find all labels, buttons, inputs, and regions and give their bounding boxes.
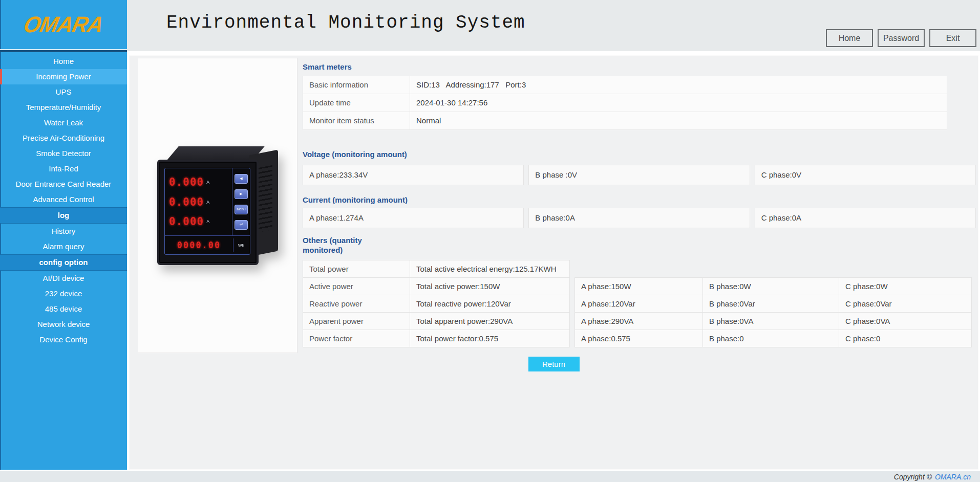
- row-value: Normal: [410, 112, 947, 130]
- table-row: Monitor item statusNormal: [303, 112, 948, 130]
- sidebar-item-advanced-control[interactable]: Advanced Control: [0, 192, 127, 207]
- others-cell: B phase:0W: [702, 277, 839, 295]
- cell-spacer: [570, 330, 574, 347]
- sidebar-item-infa-red[interactable]: Infa-Red: [0, 161, 127, 177]
- sidebar: OMARA HomeIncoming PowerUPSTemperature/H…: [0, 0, 127, 470]
- omara-logo: OMARA: [22, 12, 105, 37]
- others-cell: B phase:0VA: [702, 312, 839, 330]
- seven-segment-digits: 0.000: [169, 196, 204, 208]
- current-row: A phase:1.274AB phase:0AC phase:0A: [303, 208, 976, 228]
- omara-site-link[interactable]: OMARA.cn: [935, 473, 971, 481]
- smart-meters-table: Basic informationSID:13 Addressing:177 P…: [303, 76, 948, 130]
- table-row: Reactive powerTotal reactive power:120Va…: [303, 295, 976, 313]
- phase-cell: A phase:1.274A: [303, 208, 524, 228]
- row-label: Monitor item status: [303, 112, 410, 130]
- meter-nav-button-icon: ▶: [235, 189, 248, 199]
- cell-spacer: [570, 277, 574, 295]
- section-title-voltage: Voltage (monitoring amount): [303, 149, 976, 159]
- sidebar-item-log[interactable]: log: [0, 207, 127, 224]
- main-panel: 0.000A0.000A0.000A ◀▶Menu⏎ 0000.00 Wh Sm…: [129, 55, 978, 470]
- others-cell: C phase:0: [839, 330, 972, 347]
- sidebar-menu: HomeIncoming PowerUPSTemperature/Humidit…: [0, 52, 127, 347]
- sidebar-item-alarm-query[interactable]: Alarm query: [0, 239, 127, 254]
- phase-cell: C phase:0A: [755, 208, 976, 228]
- page-title: Environmental Monitoring System: [166, 12, 525, 33]
- sidebar-item-232-device[interactable]: 232 device: [0, 286, 127, 301]
- others-cell: A phase:0.575: [574, 330, 703, 347]
- footer: Copyright © OMARA.cn: [0, 471, 980, 482]
- meter-nav-button-icon: ⏎: [235, 220, 248, 230]
- others-cell: B phase:0Var: [702, 295, 839, 313]
- table-row: Basic informationSID:13 Addressing:177 P…: [303, 76, 948, 94]
- sidebar-item-precise-air-conditioning[interactable]: Precise Air-Conditioning: [0, 130, 127, 146]
- meter-digit-row: 0.000A: [169, 215, 232, 228]
- section-title-others: Others (quantity monitored): [303, 235, 385, 255]
- meter-digit-row: 0.000A: [169, 176, 232, 188]
- table-row: Power factorTotal power factor:0.575A ph…: [303, 330, 976, 347]
- row-label: Basic information: [303, 76, 410, 94]
- sidebar-item-door-entrance-card-reader[interactable]: Door Entrance Card Reader: [0, 177, 127, 192]
- amp-unit-label: A: [206, 219, 209, 224]
- table-row: Update time2024-01-30 14:27:56: [303, 94, 948, 112]
- sidebar-item-temperature-humidity[interactable]: Temperature/Humidity: [0, 100, 127, 115]
- cell-spacer: [570, 295, 574, 313]
- meter-digit-row: 0.000A: [169, 196, 232, 208]
- sidebar-item-history[interactable]: History: [0, 224, 127, 239]
- others-cell: Reactive power: [303, 295, 410, 313]
- seven-segment-digits: 0.000: [169, 215, 204, 228]
- sidebar-item-smoke-detector[interactable]: Smoke Detector: [0, 146, 127, 161]
- others-cell: Active power: [303, 277, 410, 295]
- return-button-wrapper: Return: [130, 357, 978, 371]
- sidebar-item-incoming-power[interactable]: Incoming Power: [0, 69, 127, 84]
- header-buttons: Home Password Exit: [826, 29, 976, 47]
- others-cell: Total reactive power:120Var: [410, 295, 570, 313]
- others-cell: C phase:0Var: [839, 295, 972, 313]
- others-cell: Apparent power: [303, 312, 410, 330]
- sidebar-item-device-config[interactable]: Device Config: [0, 332, 127, 347]
- phase-cell: B phase:0A: [528, 208, 750, 228]
- device-image-panel: 0.000A0.000A0.000A ◀▶Menu⏎ 0000.00 Wh: [138, 58, 297, 353]
- row-label: Update time: [303, 94, 410, 112]
- copyright-text: Copyright ©: [894, 473, 932, 481]
- others-cell: A phase:150W: [574, 277, 703, 295]
- voltage-row: A phase:233.34VB phase :0VC phase:0V: [303, 165, 976, 185]
- sidebar-item-ups[interactable]: UPS: [0, 84, 127, 100]
- others-cell: B phase:0: [702, 330, 839, 347]
- sidebar-item-home[interactable]: Home: [0, 54, 127, 69]
- meter-button-column: ◀▶Menu⏎: [232, 168, 250, 235]
- others-cell: A phase:290VA: [574, 312, 703, 330]
- others-cell: Power factor: [303, 330, 410, 347]
- sidebar-item-ai-di-device[interactable]: AI/DI device: [0, 271, 127, 286]
- meter-front-face: 0.000A0.000A0.000A ◀▶Menu⏎ 0000.00 Wh: [157, 160, 259, 265]
- content-area: Environmental Monitoring System Home Pas…: [127, 0, 980, 471]
- sidebar-item-config-option[interactable]: config option: [0, 254, 127, 271]
- tables-column: Smart meters Basic informationSID:13 Add…: [303, 56, 976, 347]
- others-cell: A phase:120Var: [574, 295, 703, 313]
- row-value: 2024-01-30 14:27:56: [410, 94, 947, 112]
- sidebar-item-water-leak[interactable]: Water Leak: [0, 115, 127, 130]
- cell-spacer: [570, 312, 574, 330]
- meter-wh-label: Wh: [233, 238, 249, 252]
- password-button[interactable]: Password: [878, 29, 925, 47]
- seven-segment-digits: 0.000: [169, 176, 204, 188]
- table-row: Active powerTotal active power:150WA pha…: [303, 277, 976, 295]
- others-cell: Total active electrical energy:125.17KWH: [410, 260, 570, 278]
- sidebar-item-network-device[interactable]: Network device: [0, 317, 127, 332]
- section-title-current: Current (monitoring amount): [303, 195, 976, 205]
- top-header-bar: Environmental Monitoring System Home Pas…: [127, 0, 980, 51]
- meter-display-bottom: 0000.00 Wh: [165, 235, 250, 254]
- others-cell: Total active power:150W: [410, 277, 570, 295]
- exit-button[interactable]: Exit: [929, 29, 976, 47]
- home-button[interactable]: Home: [826, 29, 873, 47]
- row-value: SID:13 Addressing:177 Port:3: [410, 76, 947, 94]
- others-cell: C phase:0W: [839, 277, 972, 295]
- return-button[interactable]: Return: [528, 357, 580, 371]
- meter-menu-button-icon: Menu: [235, 205, 248, 214]
- meter-display: 0.000A0.000A0.000A ◀▶Menu⏎ 0000.00 Wh: [164, 168, 250, 255]
- others-cell: C phase:0VA: [839, 312, 972, 330]
- table-row: Apparent powerTotal apparent power:290VA…: [303, 312, 976, 330]
- others-cell: Total power factor:0.575: [410, 330, 570, 347]
- sidebar-item-485-device[interactable]: 485 device: [0, 301, 127, 317]
- meter-digit-rows: 0.000A0.000A0.000A: [165, 168, 232, 235]
- amp-unit-label: A: [206, 200, 209, 205]
